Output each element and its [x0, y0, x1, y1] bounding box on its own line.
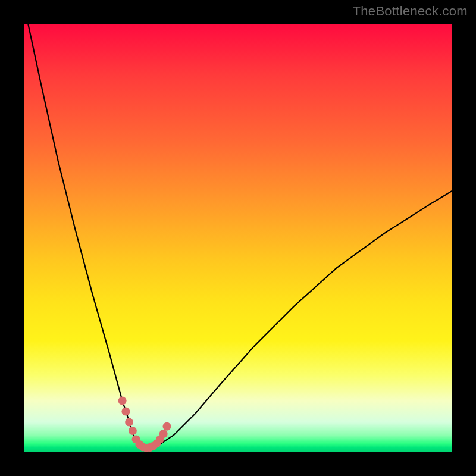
valley-marker [118, 397, 171, 452]
valley-dot [121, 408, 130, 416]
chart-frame: TheBottleneck.com [0, 0, 476, 476]
watermark-text: TheBottleneck.com [353, 4, 468, 19]
plot-area [24, 24, 452, 452]
valley-dot [159, 430, 168, 438]
valley-dot [118, 397, 127, 405]
valley-dot [129, 427, 137, 435]
valley-dot [125, 418, 133, 427]
valley-dot [163, 422, 171, 431]
bottleneck-curve [28, 24, 452, 448]
curve-svg [24, 24, 452, 452]
